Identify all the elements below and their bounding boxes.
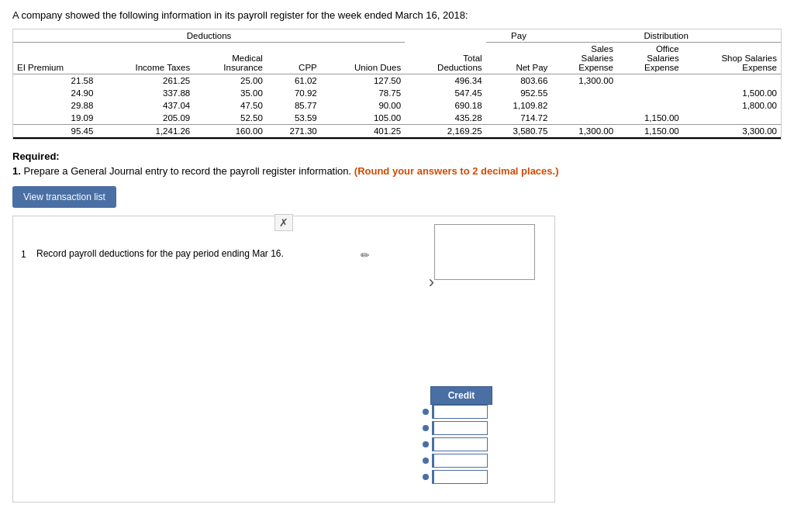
- cell-cpp: 85.77: [267, 99, 321, 112]
- cell-net-pay: 803.66: [486, 74, 552, 88]
- cell-sales-sal: [551, 87, 617, 99]
- cell-income: 261.25: [97, 74, 194, 88]
- cell-total-ded: 690.18: [405, 99, 485, 112]
- cell-total-ded: 435.28: [405, 112, 485, 125]
- edit-icon[interactable]: ✏: [361, 247, 370, 261]
- journal-row-number: 1: [21, 247, 36, 260]
- credit-dot-4: [423, 458, 429, 464]
- cell-ei: 21.58: [13, 74, 97, 88]
- col-income-taxes: Income Taxes: [97, 43, 194, 74]
- credit-dot-2: [423, 425, 429, 431]
- cell-shop-sal: [683, 74, 781, 88]
- col-cpp: CPP: [267, 43, 321, 74]
- journal-description: Record payroll deductions for the pay pe…: [36, 247, 354, 261]
- cell-income: 205.09: [97, 112, 194, 125]
- table-row: 24.90 337.88 35.00 70.92 78.75 547.45 95…: [13, 87, 781, 99]
- col-shop-salaries: Shop SalariesExpense: [683, 43, 781, 74]
- credit-input-2[interactable]: [432, 421, 488, 435]
- cell-sales-sal-total: 1,300.00: [551, 125, 617, 139]
- cell-income: 337.88: [97, 87, 194, 99]
- credit-header: Credit: [430, 386, 492, 405]
- deductions-header: Deductions: [13, 29, 405, 43]
- cell-cpp: 53.59: [267, 112, 321, 125]
- payroll-table: Deductions Pay Distribution EI Premium I…: [13, 29, 781, 139]
- cell-ei-total: 95.45: [13, 125, 97, 139]
- col-sales-salaries: SalesSalariesExpense: [551, 43, 617, 74]
- credit-row-4: [423, 454, 547, 468]
- credit-input-4[interactable]: [432, 454, 488, 468]
- cell-net-pay-total: 3,580.75: [486, 125, 552, 139]
- cell-union: 127.50: [321, 74, 405, 88]
- cell-income: 437.04: [97, 99, 194, 112]
- cell-cpp-total: 271.30: [267, 125, 321, 139]
- cell-shop-sal-total: 3,300.00: [683, 125, 781, 139]
- credit-dot-1: [423, 409, 429, 415]
- intro-text: A company showed the following informati…: [12, 9, 782, 21]
- cell-total-ded-total: 2,169.25: [405, 125, 485, 139]
- cell-office-sal: [617, 74, 683, 88]
- col-union-dues: Union Dues: [321, 43, 405, 74]
- distribution-header: Distribution: [551, 29, 781, 43]
- credit-row-1: [423, 405, 547, 419]
- required-section: Required: 1. Prepare a General Journal e…: [12, 150, 782, 177]
- cell-sales-sal: [551, 112, 617, 125]
- credit-input-3[interactable]: [432, 437, 488, 451]
- credit-input-5[interactable]: [432, 470, 488, 484]
- cell-sales-sal: 1,300.00: [551, 74, 617, 88]
- col-office-salaries: OfficeSalariesExpense: [617, 43, 683, 74]
- credit-input-1[interactable]: [432, 405, 488, 419]
- table-total-row: 95.45 1,241.26 160.00 271.30 401.25 2,16…: [13, 125, 781, 139]
- cell-shop-sal: [683, 112, 781, 125]
- cell-medical: 47.50: [194, 99, 267, 112]
- required-label: Required:: [12, 150, 60, 162]
- cell-shop-sal: 1,500.00: [683, 87, 781, 99]
- credit-section: Credit: [423, 386, 547, 486]
- cell-union: 105.00: [321, 112, 405, 125]
- cell-medical: 52.50: [194, 112, 267, 125]
- credit-row-3: [423, 437, 547, 451]
- cell-office-sal: 1,150.00: [617, 112, 683, 125]
- cell-ei: 19.09: [13, 112, 97, 125]
- view-transactions-button[interactable]: View transaction list: [12, 186, 116, 208]
- credit-row-2: [423, 421, 547, 435]
- table-row: 29.88 437.04 47.50 85.77 90.00 690.18 1,…: [13, 99, 781, 112]
- col-total-deductions: TotalDeductions: [405, 43, 485, 74]
- cell-office-sal: [617, 87, 683, 99]
- cell-income-total: 1,241.26: [97, 125, 194, 139]
- cell-cpp: 70.92: [267, 87, 321, 99]
- cell-medical: 25.00: [194, 74, 267, 88]
- credit-rows: [423, 405, 547, 484]
- grid-icon[interactable]: ✗: [274, 216, 293, 229]
- cell-ei: 29.88: [13, 99, 97, 112]
- cell-net-pay: 1,109.82: [486, 99, 552, 112]
- cell-medical-total: 160.00: [194, 125, 267, 139]
- credit-row-5: [423, 470, 547, 484]
- col-medical-insurance: MedicalInsurance: [194, 43, 267, 74]
- journal-entry-area: ✗ 1 Record payroll deductions for the pa…: [12, 216, 555, 503]
- round-note: (Round your answers to 2 decimal places.…: [354, 165, 559, 177]
- col-net-pay: Net Pay: [486, 43, 552, 74]
- spacer-header: [405, 29, 485, 43]
- pay-header: Pay: [486, 29, 552, 43]
- debit-input-area: [426, 224, 547, 280]
- cell-sales-sal: [551, 99, 617, 112]
- cell-union-total: 401.25: [321, 125, 405, 139]
- cell-cpp: 61.02: [267, 74, 321, 88]
- cell-union: 90.00: [321, 99, 405, 112]
- table-row: 19.09 205.09 52.50 53.59 105.00 435.28 7…: [13, 112, 781, 125]
- step-number: 1.: [12, 165, 21, 177]
- payroll-table-wrapper: Deductions Pay Distribution EI Premium I…: [12, 29, 782, 140]
- cell-total-ded: 496.34: [405, 74, 485, 88]
- cell-union: 78.75: [321, 87, 405, 99]
- cell-medical: 35.00: [194, 87, 267, 99]
- cell-net-pay: 714.72: [486, 112, 552, 125]
- table-row: 21.58 261.25 25.00 61.02 127.50 496.34 8…: [13, 74, 781, 88]
- cell-total-ded: 547.45: [405, 87, 485, 99]
- credit-dot-3: [423, 441, 429, 447]
- cell-office-sal-total: 1,150.00: [617, 125, 683, 139]
- cell-shop-sal: 1,800.00: [683, 99, 781, 112]
- cell-ei: 24.90: [13, 87, 97, 99]
- cell-office-sal: [617, 99, 683, 112]
- question-text: 1. Prepare a General Journal entry to re…: [12, 165, 782, 177]
- debit-input-box[interactable]: [434, 224, 535, 280]
